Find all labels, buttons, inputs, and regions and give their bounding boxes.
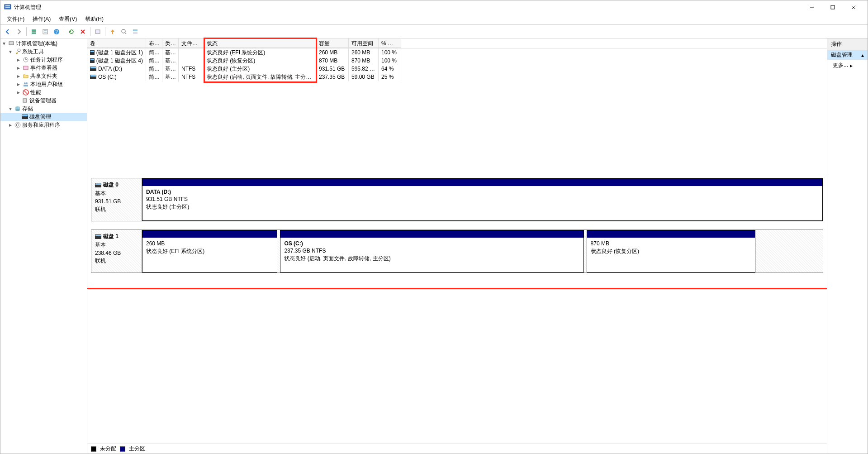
volume-row[interactable]: OS (C:)简单基本NTFS状态良好 (启动, 页面文件, 故障转储, 主分区… <box>87 73 827 81</box>
partition[interactable]: OS (C:)237.35 GB NTFS状态良好 (启动, 页面文件, 故障转… <box>280 230 583 272</box>
cell-fs <box>179 52 204 53</box>
disk-block[interactable]: 磁盘 0基本931.51 GB联机DATA (D:)931.51 GB NTFS… <box>91 178 823 221</box>
cell-volume: OS (C:) <box>98 74 117 80</box>
actions-header: 操作 <box>827 38 868 50</box>
view-list-button[interactable] <box>28 26 39 37</box>
tree-event-viewer[interactable]: ▸ 事件查看器 <box>0 64 87 72</box>
cell-free: 595.82 GB <box>349 65 379 73</box>
nav-forward-button[interactable] <box>14 26 24 37</box>
col-volume[interactable]: 卷 <box>87 38 146 48</box>
tree-label: 磁盘管理 <box>29 113 51 121</box>
disk-status: 联机 <box>95 257 138 265</box>
partition[interactable]: 260 MB状态良好 (EFI 系统分区) <box>142 230 277 272</box>
expander-icon[interactable]: ▸ <box>16 73 21 79</box>
partition-status: 状态良好 (EFI 系统分区) <box>146 248 273 255</box>
tree-pane[interactable]: ▾ 计算机管理(本地) ▾ 系统工具 ▸ 任务计划程序 ▸ 事件查看器 ▸ <box>0 38 87 454</box>
expander-icon[interactable]: ▾ <box>8 105 13 112</box>
disk-partition-row: 260 MB状态良好 (EFI 系统分区)OS (C:)237.35 GB NT… <box>142 229 823 273</box>
expander-icon[interactable]: ▾ <box>8 48 13 55</box>
col-layout[interactable]: 布局 <box>146 38 162 48</box>
cell-pct: 100 % <box>379 57 401 65</box>
minimize-button[interactable] <box>802 0 822 14</box>
disk-label-column[interactable]: 磁盘 1基本238.46 GB联机 <box>91 229 142 273</box>
tree-performance[interactable]: ▸ 性能 <box>0 88 87 96</box>
device-icon <box>21 97 28 104</box>
expander-icon[interactable]: ▸ <box>16 57 21 63</box>
tree-disk-management[interactable]: 磁盘管理 <box>0 113 87 121</box>
toolbar-separator <box>105 27 105 36</box>
disk-icon <box>90 75 96 79</box>
tree-root[interactable]: ▾ 计算机管理(本地) <box>0 39 87 48</box>
tree-task-scheduler[interactable]: ▸ 任务计划程序 <box>0 56 87 64</box>
expander-icon[interactable]: ▸ <box>16 89 21 96</box>
clock-icon <box>22 56 29 63</box>
cell-capacity: 237.35 GB <box>316 73 349 81</box>
cell-type: 基本 <box>162 72 179 82</box>
col-type[interactable]: 类型 <box>162 38 179 48</box>
tree-local-users[interactable]: ▸ 本地用户和组 <box>0 80 87 88</box>
tree-system-tools[interactable]: ▾ 系统工具 <box>0 48 87 56</box>
help-button[interactable]: ? <box>51 26 62 37</box>
actions-more[interactable]: 更多... ▸ <box>827 60 868 71</box>
cell-capacity: 931.51 GB <box>316 65 349 73</box>
col-capacity[interactable]: 容量 <box>316 38 349 48</box>
volume-row[interactable]: (磁盘 1 磁盘分区 4)简单基本状态良好 (恢复分区)870 MB870 MB… <box>87 57 827 65</box>
delete-button[interactable] <box>77 26 88 37</box>
tree-label: 共享文件夹 <box>30 72 57 80</box>
up-button[interactable] <box>107 26 118 37</box>
close-button[interactable] <box>843 0 864 14</box>
volume-row[interactable]: DATA (D:)简单基本NTFS状态良好 (主分区)931.51 GB595.… <box>87 65 827 73</box>
services-icon <box>14 121 21 129</box>
expander-icon[interactable]: ▸ <box>16 81 21 87</box>
disk-label-column[interactable]: 磁盘 0基本931.51 GB联机 <box>91 178 142 221</box>
maximize-button[interactable] <box>822 0 843 14</box>
svg-line-19 <box>125 33 126 34</box>
menu-view[interactable]: 查看(V) <box>55 14 81 24</box>
toolbar-separator <box>64 27 64 36</box>
menu-file[interactable]: 文件(F) <box>3 14 28 24</box>
find-button[interactable] <box>119 26 129 37</box>
menu-help[interactable]: 帮助(H) <box>81 14 107 24</box>
actions-selected[interactable]: 磁盘管理 ▴ <box>827 50 868 60</box>
svg-rect-21 <box>133 32 138 34</box>
content-pane: 卷 布局 类型 文件系统 状态 容量 可用空间 % 可用 (磁盘 1 磁盘分区 … <box>87 38 827 454</box>
col-fs[interactable]: 文件系统 <box>179 38 204 48</box>
actions-more-label: 更多... <box>833 62 848 69</box>
tree-services-apps[interactable]: ▸ 服务和应用程序 <box>0 121 87 129</box>
menu-action[interactable]: 操作(A) <box>29 14 54 24</box>
partition-header-bar <box>142 179 822 186</box>
volume-row[interactable]: (磁盘 1 磁盘分区 1)简单基本状态良好 (EFI 系统分区)260 MB26… <box>87 48 827 57</box>
partition[interactable]: DATA (D:)931.51 GB NTFS状态良好 (主分区) <box>142 178 823 221</box>
tools-icon <box>14 48 21 55</box>
col-free[interactable]: 可用空间 <box>349 38 379 48</box>
disk-icon <box>95 234 101 239</box>
computer-icon <box>8 40 15 47</box>
partition-name: DATA (D:) <box>146 189 819 195</box>
disk-partition-row: DATA (D:)931.51 GB NTFS状态良好 (主分区) <box>142 178 823 221</box>
tree-device-manager[interactable]: 设备管理器 <box>0 96 87 105</box>
col-status[interactable]: 状态 <box>204 38 316 48</box>
folder-icon <box>22 72 29 80</box>
properties-button[interactable] <box>40 26 51 37</box>
tree-shared-folders[interactable]: ▸ 共享文件夹 <box>0 72 87 80</box>
expander-icon[interactable]: ▸ <box>8 122 13 128</box>
expander-icon[interactable]: ▸ <box>16 65 21 71</box>
disk-icon <box>90 58 95 63</box>
partition[interactable]: 870 MB状态良好 (恢复分区) <box>587 230 756 272</box>
col-pct[interactable]: % 可用 <box>379 38 401 48</box>
options-button[interactable] <box>92 26 103 37</box>
disk-block[interactable]: 磁盘 1基本238.46 GB联机260 MB状态良好 (EFI 系统分区)OS… <box>91 229 823 273</box>
tree-label: 本地用户和组 <box>30 81 63 88</box>
chevron-right-icon: ▸ <box>850 62 853 69</box>
tree-label: 计算机管理(本地) <box>16 40 57 48</box>
titlebar: 计算机管理 <box>0 0 868 14</box>
view-bottom-button[interactable] <box>130 26 141 37</box>
svg-rect-4 <box>831 5 835 9</box>
expander-icon[interactable]: ▾ <box>1 40 7 47</box>
list-rows[interactable]: (磁盘 1 磁盘分区 1)简单基本状态良好 (EFI 系统分区)260 MB26… <box>87 48 827 174</box>
tree-storage[interactable]: ▾ 存储 <box>0 105 87 113</box>
tree-label: 任务计划程序 <box>30 56 63 64</box>
nav-back-button[interactable] <box>2 26 13 37</box>
partition-status: 状态良好 (恢复分区) <box>591 248 752 255</box>
refresh-button[interactable] <box>66 26 77 37</box>
